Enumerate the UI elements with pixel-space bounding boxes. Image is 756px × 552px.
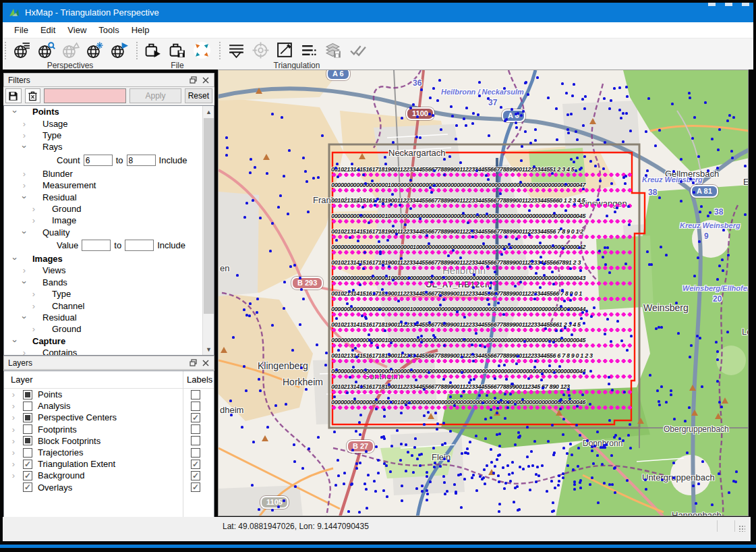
maximize-button[interactable] — [725, 3, 732, 6]
tin-surface-icon[interactable] — [226, 40, 246, 60]
tree-item-channel[interactable]: ›Channel — [4, 300, 214, 311]
tree-item-residual[interactable]: ›Residual — [4, 191, 214, 202]
chevron-collapsed-icon[interactable]: › — [9, 412, 18, 422]
layer-row-perspective-centers[interactable]: ›Perspective Centers — [4, 412, 214, 423]
scroll-up-icon[interactable]: ▲ — [203, 106, 214, 117]
globe-search-icon[interactable] — [36, 40, 56, 60]
close-panel-icon[interactable] — [200, 76, 211, 85]
chevron-collapsed-icon[interactable]: › — [20, 265, 28, 275]
float-panel-icon[interactable] — [187, 76, 198, 85]
scroll-down-icon[interactable]: ▼ — [203, 343, 214, 355]
range-from-input[interactable] — [82, 240, 111, 251]
globe-filter-icon[interactable] — [11, 40, 32, 60]
chevron-collapsed-icon[interactable]: › — [30, 215, 38, 225]
tree-item-image[interactable]: ›Image — [4, 215, 214, 226]
chevron-collapsed-icon[interactable]: › — [30, 301, 38, 311]
layer-labels-checkbox[interactable] — [191, 482, 200, 492]
chevron-collapsed-icon[interactable]: › — [9, 447, 18, 458]
layer-labels-checkbox[interactable] — [191, 424, 200, 434]
globe-run-icon[interactable] — [109, 40, 129, 60]
chevron-collapsed-icon[interactable]: › — [20, 119, 28, 129]
map-view[interactable]: NeckargartachFrankenbachBinswangenGellme… — [218, 70, 749, 516]
menu-file[interactable]: File — [8, 23, 34, 37]
tree-item-rays[interactable]: ›Rays — [4, 141, 214, 153]
layer-row-background[interactable]: ›Background — [4, 470, 214, 481]
tree-item-ground[interactable]: ›Ground — [4, 203, 214, 215]
layer-row-analysis[interactable]: ›Analysis — [4, 400, 214, 412]
chevron-expanded-icon[interactable]: › — [20, 278, 30, 286]
chevron-expanded-icon[interactable]: › — [20, 193, 30, 201]
chevron-collapsed-icon[interactable]: › — [9, 401, 18, 411]
layers-panel-titlebar[interactable]: Layers — [3, 356, 214, 370]
resize-grip[interactable] — [738, 525, 745, 532]
tree-item-residual[interactable]: ›Residual — [4, 312, 214, 323]
toolbar-section-handle[interactable] — [4, 41, 7, 60]
chevron-collapsed-icon[interactable]: › — [30, 289, 38, 299]
filters-panel-titlebar[interactable]: Filters — [3, 73, 214, 87]
layer-row-overlays[interactable]: Overlays — [4, 482, 214, 493]
chevron-collapsed-icon[interactable]: › — [20, 169, 28, 179]
tree-item-bands[interactable]: ›Bands — [4, 277, 214, 288]
layer-visibility-checkbox[interactable] — [23, 390, 32, 399]
layer-labels-checkbox[interactable] — [191, 390, 200, 399]
layer-visibility-checkbox[interactable] — [23, 460, 32, 469]
chevron-collapsed-icon[interactable]: › — [20, 180, 28, 190]
menu-view[interactable]: View — [61, 23, 92, 37]
chevron-collapsed-icon[interactable]: › — [9, 470, 18, 480]
scrollbar-thumb[interactable] — [204, 118, 214, 314]
range-from-input[interactable] — [84, 155, 113, 166]
chevron-expanded-icon[interactable]: › — [20, 228, 30, 236]
tree-item-views[interactable]: ›Views — [4, 265, 214, 276]
report-list-icon[interactable] — [299, 40, 319, 60]
layer-visibility-checkbox[interactable] — [23, 436, 32, 445]
menu-edit[interactable]: Edit — [34, 23, 61, 37]
layer-row-points[interactable]: ›Points — [4, 389, 214, 400]
tree-item-usage[interactable]: ›Usage — [4, 117, 214, 129]
chevron-expanded-icon[interactable]: › — [10, 337, 20, 345]
layer-labels-checkbox[interactable] — [191, 471, 200, 480]
minimize-button[interactable] — [708, 3, 716, 6]
chevron-collapsed-icon[interactable]: › — [20, 130, 28, 140]
chevron-collapsed-icon[interactable]: › — [9, 424, 18, 435]
range-to-input[interactable] — [127, 155, 156, 166]
tree-item-quality[interactable]: ›Quality — [4, 227, 214, 238]
layer-visibility-checkbox[interactable] — [23, 402, 32, 411]
toolbar-section-handle[interactable] — [219, 41, 222, 60]
chevron-collapsed-icon[interactable]: › — [9, 459, 18, 469]
tree-item-images[interactable]: ›Images — [4, 253, 214, 265]
layer-row-trajectories[interactable]: ›Trajectories — [4, 447, 214, 458]
tree-item-points[interactable]: ›Points — [4, 106, 214, 117]
tree-item-type[interactable]: ›Type — [4, 288, 214, 300]
layer-row-footprints[interactable]: ›Footprints — [4, 424, 214, 435]
layer-labels-checkbox[interactable] — [191, 460, 200, 469]
tree-item-capture[interactable]: ›Capture — [4, 335, 214, 347]
title-bar[interactable]: HxMap - Triangulation Perspective — [3, 3, 753, 22]
chevron-collapsed-icon[interactable]: › — [9, 389, 18, 399]
float-panel-icon[interactable] — [187, 358, 198, 368]
image-edit-icon[interactable] — [274, 40, 295, 60]
tree-item-measurement[interactable]: ›Measurement — [4, 180, 214, 191]
layer-visibility-checkbox[interactable] — [23, 448, 32, 458]
layer-visibility-checkbox[interactable] — [23, 482, 32, 492]
filter-combobox[interactable]: ▾ — [44, 88, 126, 103]
chevron-expanded-icon[interactable]: › — [20, 314, 30, 322]
layer-row-block-footprints[interactable]: ›Block Footprints — [4, 435, 214, 447]
close-panel-icon[interactable] — [200, 358, 211, 368]
tree-item-ground[interactable]: ›Ground — [4, 323, 214, 335]
save-filter-button[interactable] — [5, 88, 22, 103]
case-save-icon[interactable] — [167, 40, 187, 60]
layer-labels-checkbox[interactable] — [191, 436, 200, 445]
layer-labels-checkbox[interactable] — [191, 413, 200, 422]
chevron-expanded-icon[interactable]: › — [20, 143, 30, 151]
chevron-collapsed-icon[interactable]: › — [30, 324, 38, 334]
sync-arrows-icon[interactable] — [192, 40, 212, 60]
layer-labels-checkbox[interactable] — [191, 448, 200, 458]
reset-button[interactable]: Reset — [185, 88, 212, 103]
case-run-icon[interactable] — [143, 40, 163, 60]
menu-help[interactable]: Help — [125, 23, 156, 37]
globe-settings-icon[interactable] — [84, 40, 105, 60]
layer-row-triangulation-extent[interactable]: ›Triangulation Extent — [4, 458, 214, 470]
layer-visibility-checkbox[interactable] — [23, 471, 32, 480]
chevron-collapsed-icon[interactable]: › — [9, 436, 18, 446]
layer-visibility-checkbox[interactable] — [23, 413, 32, 422]
